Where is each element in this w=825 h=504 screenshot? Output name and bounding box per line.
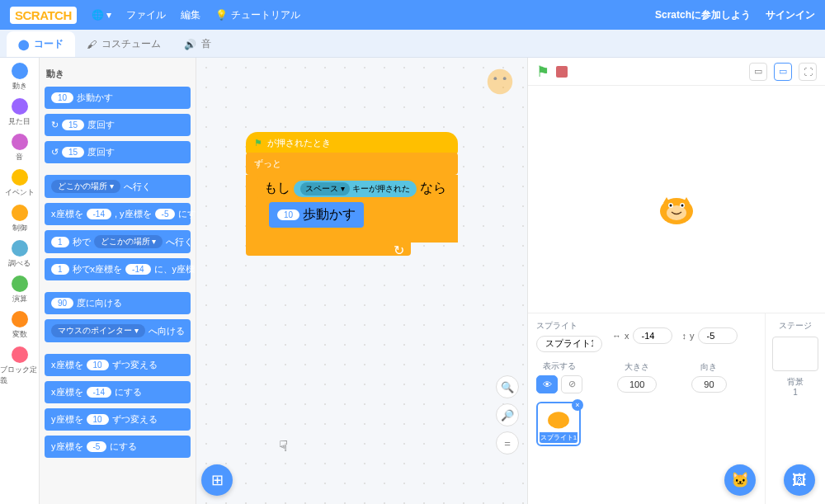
- dropdown[interactable]: マウスのポインター ▾: [51, 324, 145, 337]
- block-move-steps[interactable]: 10歩動かす: [45, 87, 191, 109]
- svg-point-8: [681, 205, 684, 207]
- block-goto[interactable]: どこかの場所 ▾へ行く: [45, 175, 191, 198]
- tab-code[interactable]: ⬤コード: [7, 31, 75, 57]
- if-block[interactable]: もし スペース ▾キーが押された なら: [257, 177, 453, 200]
- block-turn-cw[interactable]: ↻ 15度回す: [45, 114, 191, 136]
- small-stage-button[interactable]: ▭: [749, 63, 767, 81]
- inner-move-block[interactable]: 10歩動かす: [269, 202, 364, 228]
- dropdown[interactable]: どこかの場所 ▾: [94, 235, 163, 248]
- show-button[interactable]: 👁: [536, 375, 558, 393]
- stop-button[interactable]: [556, 66, 568, 78]
- block-change-x[interactable]: x座標を10ずつ変える: [45, 354, 191, 376]
- green-flag-button[interactable]: ⚑: [536, 63, 549, 81]
- block-text: 度回す: [87, 119, 115, 131]
- block-text: へ向ける: [148, 325, 185, 337]
- block-glide-xy[interactable]: 1秒でx座標を-14に、y座標を: [45, 258, 191, 280]
- block-text: 歩動かす: [303, 206, 356, 224]
- language-menu[interactable]: 🌐 ▾: [92, 9, 111, 21]
- zoom-in-button[interactable]: 🔍: [496, 375, 519, 398]
- block-text: に、y座標を: [154, 263, 196, 276]
- category-dot-icon: [12, 134, 28, 150]
- flag-icon: ⚑: [254, 138, 262, 148]
- zoom-reset-button[interactable]: =: [496, 431, 519, 455]
- tab-sounds[interactable]: 🔊 音: [172, 31, 223, 57]
- blocks-palette[interactable]: 動き 10歩動かす ↻ 15度回す ↺ 15度回す どこかの場所 ▾へ行く x座…: [40, 58, 196, 504]
- workspace[interactable]: ⚑が押されたとき ずっと もし スペース ▾キーが押された なら 10歩動かす …: [196, 58, 528, 504]
- category-label: 変数: [12, 329, 27, 340]
- category-label: 演算: [12, 294, 27, 304]
- add-backdrop-button[interactable]: 🖼: [784, 464, 815, 496]
- extension-button[interactable]: ⊞: [201, 464, 233, 496]
- block-text: 度に向ける: [77, 297, 122, 309]
- sprite-name-input[interactable]: [536, 336, 602, 352]
- block-point-dir[interactable]: 90度に向ける: [45, 292, 191, 314]
- block-text: y座標を: [51, 413, 83, 426]
- hide-button[interactable]: ⊘: [561, 375, 582, 393]
- block-text: 秒で: [73, 236, 91, 248]
- file-menu[interactable]: ファイル: [126, 8, 166, 22]
- tab-costumes[interactable]: 🖌 コスチューム: [75, 31, 172, 57]
- pill-val: 10: [87, 414, 109, 425]
- category-myblocks[interactable]: ブロック定義: [0, 346, 39, 386]
- block-text: 歩動かす: [77, 92, 113, 104]
- svg-point-2: [503, 77, 507, 80]
- block-turn-ccw[interactable]: ↺ 15度回す: [45, 141, 191, 163]
- pill-val: 10: [87, 360, 109, 370]
- key-pressed-condition[interactable]: スペース ▾キーが押された: [294, 181, 417, 197]
- menubar: SCRATCH 🌐 ▾ ファイル 編集 💡 チュートリアル Scratchに参加…: [0, 0, 825, 30]
- large-stage-button[interactable]: ▭: [774, 63, 792, 81]
- add-sprite-button[interactable]: 🐱: [724, 464, 756, 496]
- fullscreen-button[interactable]: ⛶: [799, 63, 817, 81]
- block-text: 度回す: [87, 146, 115, 158]
- key-dropdown[interactable]: スペース ▾: [300, 182, 350, 195]
- pill-val: 15: [62, 120, 84, 130]
- sprite-x-input[interactable]: [633, 327, 672, 344]
- block-set-x[interactable]: x座標を-14にする: [45, 381, 191, 403]
- block-goto-xy[interactable]: x座標を-14, y座標を-5にする: [45, 203, 191, 225]
- category-variables[interactable]: 変数: [0, 311, 39, 340]
- stage-thumbnail[interactable]: [772, 337, 818, 371]
- tab-sounds-label: 音: [201, 37, 211, 51]
- join-link[interactable]: Scratchに参加しよう: [655, 8, 751, 22]
- block-point-towards[interactable]: マウスのポインター ▾へ向ける: [45, 319, 191, 342]
- block-set-y[interactable]: y座標を-5にする: [45, 436, 191, 458]
- category-looks[interactable]: 見た目: [0, 98, 39, 127]
- delete-sprite-icon[interactable]: ×: [572, 399, 583, 411]
- category-sensing[interactable]: 調べる: [0, 240, 39, 269]
- tutorials-menu[interactable]: 💡 チュートリアル: [215, 8, 300, 22]
- stage-title: ステージ: [771, 320, 820, 332]
- category-sound[interactable]: 音: [0, 134, 39, 163]
- block-text: 秒でx座標を: [73, 263, 123, 276]
- hat-text: が押されたとき: [267, 137, 331, 149]
- size-input[interactable]: 100: [617, 376, 657, 393]
- pill-val: 10: [277, 210, 299, 220]
- category-dot-icon: [12, 240, 28, 257]
- svg-point-6: [670, 205, 672, 207]
- cursor-icon: ☟: [279, 437, 288, 455]
- sprite-y-input[interactable]: [698, 327, 738, 344]
- sprite-thumbnail[interactable]: × スプライト1: [536, 402, 581, 446]
- category-label: 音: [16, 152, 23, 163]
- sprite-on-stage[interactable]: [652, 185, 701, 234]
- category-label: 動き: [12, 81, 27, 92]
- zoom-out-button[interactable]: 🔎: [496, 403, 519, 426]
- signin-link[interactable]: サインイン: [766, 8, 815, 22]
- edit-menu[interactable]: 編集: [181, 8, 200, 22]
- script-stack[interactable]: ⚑が押されたとき ずっと もし スペース ▾キーが押された なら 10歩動かす …: [246, 132, 458, 256]
- block-glide[interactable]: 1秒でどこかの場所 ▾へ行く: [45, 230, 191, 253]
- forever-block[interactable]: ずっと: [246, 153, 458, 175]
- category-motion[interactable]: 動き: [0, 63, 39, 92]
- category-dot-icon: [12, 169, 28, 186]
- category-control[interactable]: 制御: [0, 205, 39, 233]
- hat-when-flag-clicked[interactable]: ⚑が押されたとき: [246, 132, 458, 154]
- size-label: 大きさ: [625, 361, 649, 373]
- category-label: イベント: [5, 187, 35, 198]
- category-events[interactable]: イベント: [0, 169, 39, 198]
- stage[interactable]: [528, 86, 825, 313]
- dropdown[interactable]: どこかの場所 ▾: [51, 180, 120, 193]
- category-operators[interactable]: 演算: [0, 276, 39, 304]
- scratch-logo[interactable]: SCRATCH: [10, 7, 77, 24]
- direction-input[interactable]: 90: [691, 376, 726, 393]
- block-change-y[interactable]: y座標を10ずつ変える: [45, 408, 191, 431]
- category-label: 見た目: [8, 116, 31, 127]
